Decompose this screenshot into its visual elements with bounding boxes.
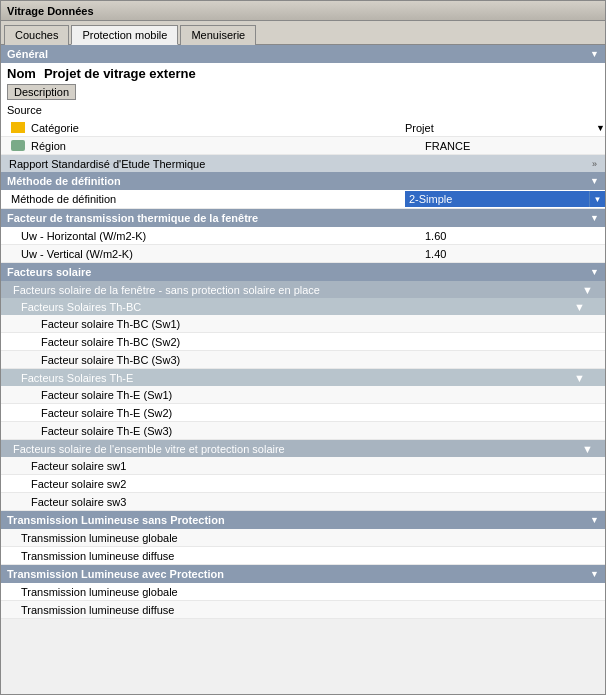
methode-dropdown-icon: ▼ [589, 191, 605, 207]
th-e-chevron-icon: ▼ [574, 372, 585, 384]
trans-avec-globale-row: Transmission lumineuse globale [1, 583, 605, 601]
transmission-avec-header[interactable]: Transmission Lumineuse avec Protection ▼ [1, 565, 605, 583]
th-bc-sw2-label: Facteur solaire Th-BC (Sw2) [1, 336, 425, 348]
sw3-label: Facteur solaire sw3 [1, 496, 425, 508]
th-bc-header[interactable]: Facteurs Solaires Th-BC ▼ [1, 298, 605, 315]
th-e-header[interactable]: Facteurs Solaires Th-E ▼ [1, 369, 605, 386]
trans-avec-diffuse-label: Transmission lumineuse diffuse [1, 604, 425, 616]
sans-protection-chevron-icon: ▼ [582, 284, 593, 296]
th-bc-sw1-label: Facteur solaire Th-BC (Sw1) [1, 318, 425, 330]
transmission-sans-chevron-icon: ▼ [590, 515, 599, 525]
region-label: Région [1, 139, 425, 152]
folder-icon [11, 122, 25, 133]
sw2-row: Facteur solaire sw2 [1, 475, 605, 493]
methode-select[interactable]: 2-Simple ▼ [405, 191, 605, 207]
transmission-sans-header[interactable]: Transmission Lumineuse sans Protection ▼ [1, 511, 605, 529]
region-row: Région FRANCE [1, 137, 605, 155]
source-row: Source [1, 101, 605, 119]
facteurs-solaire-chevron-icon: ▼ [590, 267, 599, 277]
trans-avec-diffuse-row: Transmission lumineuse diffuse [1, 601, 605, 619]
title-bar: Vitrage Données [1, 1, 605, 21]
th-bc-sw2-row: Facteur solaire Th-BC (Sw2) [1, 333, 605, 351]
categorie-dropdown-icon: ▼ [596, 123, 605, 133]
uw-horizontal-row: Uw - Horizontal (W/m2-K) 1.60 [1, 227, 605, 245]
rapport-row[interactable]: Rapport Standardisé d'Etude Thermique » [1, 155, 605, 172]
rapport-label: Rapport Standardisé d'Etude Thermique [9, 158, 205, 170]
categorie-row: Catégorie Projet ▼ [1, 119, 605, 137]
trans-sans-diffuse-row: Transmission lumineuse diffuse [1, 547, 605, 565]
tab-couches[interactable]: Couches [4, 25, 69, 45]
methode-row: Méthode de définition 2-Simple ▼ [1, 190, 605, 209]
trans-sans-diffuse-label: Transmission lumineuse diffuse [1, 550, 425, 562]
th-bc-sw3-label: Facteur solaire Th-BC (Sw3) [1, 354, 425, 366]
methode-field-label: Méthode de définition [1, 193, 405, 205]
sw2-label: Facteur solaire sw2 [1, 478, 425, 490]
th-e-sw3-row: Facteur solaire Th-E (Sw3) [1, 422, 605, 440]
ensemble-vitre-header[interactable]: Facteurs solaire de l'ensemble vitre et … [1, 440, 605, 457]
description-button[interactable]: Description [7, 84, 76, 100]
categorie-select[interactable]: Projet ▼ [405, 122, 605, 134]
sw1-label: Facteur solaire sw1 [1, 460, 425, 472]
methode-value: 2-Simple [405, 191, 589, 207]
uw-vertical-value: 1.40 [425, 248, 605, 260]
facteurs-solaire-header[interactable]: Facteurs solaire ▼ [1, 263, 605, 281]
main-window: Vitrage Données Couches Protection mobil… [0, 0, 606, 695]
th-bc-sw1-row: Facteur solaire Th-BC (Sw1) [1, 315, 605, 333]
tab-bar: Couches Protection mobile Menuiserie [1, 21, 605, 45]
transmission-avec-chevron-icon: ▼ [590, 569, 599, 579]
trans-avec-globale-label: Transmission lumineuse globale [1, 586, 425, 598]
source-label: Source [7, 104, 87, 116]
general-section-header[interactable]: Général ▼ [1, 45, 605, 63]
trans-sans-globale-row: Transmission lumineuse globale [1, 529, 605, 547]
sans-protection-header[interactable]: Facteurs solaire de la fenêtre - sans pr… [1, 281, 605, 298]
uw-horizontal-label: Uw - Horizontal (W/m2-K) [1, 230, 425, 242]
methode-chevron-icon: ▼ [590, 176, 599, 186]
th-e-sw1-row: Facteur solaire Th-E (Sw1) [1, 386, 605, 404]
window-title: Vitrage Données [7, 5, 94, 17]
categorie-label: Catégorie [1, 121, 405, 134]
th-bc-chevron-icon: ▼ [574, 301, 585, 313]
th-bc-sw3-row: Facteur solaire Th-BC (Sw3) [1, 351, 605, 369]
ensemble-vitre-chevron-icon: ▼ [582, 443, 593, 455]
name-row: Nom Projet de vitrage externe [1, 63, 605, 83]
region-value: FRANCE [425, 140, 605, 152]
description-row: Description [1, 83, 605, 101]
th-e-sw2-label: Facteur solaire Th-E (Sw2) [1, 407, 425, 419]
general-chevron-icon: ▼ [590, 49, 599, 59]
sw1-row: Facteur solaire sw1 [1, 457, 605, 475]
facteur-thermique-chevron-icon: ▼ [590, 213, 599, 223]
th-e-sw1-label: Facteur solaire Th-E (Sw1) [1, 389, 425, 401]
uw-vertical-label: Uw - Vertical (W/m2-K) [1, 248, 425, 260]
name-label: Nom [7, 66, 36, 81]
rapport-arrow-icon: » [592, 159, 597, 169]
tab-menuiserie[interactable]: Menuiserie [180, 25, 256, 45]
methode-section-header[interactable]: Méthode de définition ▼ [1, 172, 605, 190]
uw-horizontal-value: 1.60 [425, 230, 605, 242]
tab-protection-mobile[interactable]: Protection mobile [71, 25, 178, 45]
categorie-value: Projet [405, 122, 596, 134]
trans-sans-globale-label: Transmission lumineuse globale [1, 532, 425, 544]
sw3-row: Facteur solaire sw3 [1, 493, 605, 511]
uw-vertical-row: Uw - Vertical (W/m2-K) 1.40 [1, 245, 605, 263]
region-icon [11, 140, 25, 151]
th-e-sw2-row: Facteur solaire Th-E (Sw2) [1, 404, 605, 422]
name-value: Projet de vitrage externe [44, 66, 196, 81]
main-content: Général ▼ Nom Projet de vitrage externe … [1, 45, 605, 694]
facteur-thermique-header[interactable]: Facteur de transmission thermique de la … [1, 209, 605, 227]
th-e-sw3-label: Facteur solaire Th-E (Sw3) [1, 425, 425, 437]
